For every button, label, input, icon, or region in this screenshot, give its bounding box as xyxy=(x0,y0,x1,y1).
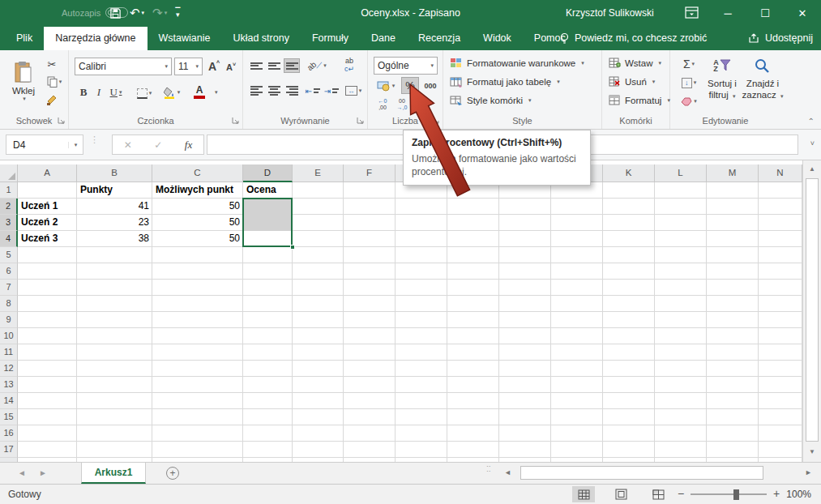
cells-item-wstaw[interactable]: Wstaw▾ xyxy=(609,58,661,68)
ribbon-display-options-button[interactable] xyxy=(685,6,699,19)
borders-button[interactable]: ▾ xyxy=(134,86,155,100)
ribbon-tab-recenzja[interactable]: Recenzja xyxy=(407,27,472,50)
column-header-N[interactable]: N xyxy=(759,164,802,182)
ribbon-tab-narzędzia-główne[interactable]: Narzędzia główne xyxy=(44,27,147,50)
cell-C3[interactable]: 50 xyxy=(152,215,243,231)
font-dialog-launcher-icon[interactable] xyxy=(232,117,240,125)
cells-item-usuń[interactable]: Usuń▾ xyxy=(609,76,655,87)
clipboard-dialog-launcher-icon[interactable] xyxy=(58,117,66,125)
cell-B1[interactable]: Punkty xyxy=(77,182,152,199)
cell-A4[interactable]: Uczeń 3 xyxy=(18,231,77,247)
column-header-B[interactable]: B xyxy=(77,164,152,182)
redo-dropdown-icon[interactable]: ▾ xyxy=(165,10,168,16)
ribbon-tab-file[interactable]: Plik xyxy=(5,27,44,50)
select-all-corner[interactable] xyxy=(0,164,18,182)
cell-B4[interactable]: 38 xyxy=(77,231,152,247)
undo-dropdown-icon[interactable]: ▾ xyxy=(142,10,145,16)
redo-button[interactable]: ↷▾ xyxy=(152,6,167,20)
sheet-tab-arkusz1[interactable]: Arkusz1 xyxy=(81,463,146,484)
expand-formula-bar-icon[interactable]: ˅ xyxy=(810,139,815,147)
maximize-button[interactable]: ☐ xyxy=(746,0,784,26)
column-header-A[interactable]: A xyxy=(18,164,77,182)
row-header-8[interactable]: 8 xyxy=(0,296,18,312)
name-box[interactable]: D4▾ xyxy=(6,135,83,155)
column-header-M[interactable]: M xyxy=(707,164,759,182)
name-box-dropdown-icon[interactable]: ▾ xyxy=(68,142,83,148)
grow-font-button[interactable]: A˄ xyxy=(206,58,222,75)
column-header-F[interactable]: F xyxy=(344,164,396,182)
row-header-7[interactable]: 7 xyxy=(0,280,18,296)
vertical-scrollbar[interactable]: ▲ ▼ xyxy=(802,160,821,462)
vertical-scrollbar-thumb[interactable] xyxy=(806,178,819,442)
cell-C1[interactable]: Możliwych punkt xyxy=(152,182,243,199)
find-select-label[interactable]: Znajdź izaznacz ▾ xyxy=(742,78,784,101)
zoom-in-button[interactable]: + xyxy=(773,487,780,500)
tell-me-box[interactable]: Powiedz mi, co chcesz zrobić xyxy=(559,26,707,50)
undo-button[interactable]: ↶▾ xyxy=(130,6,144,20)
fill-button[interactable]: ↓▾ xyxy=(678,75,700,90)
align-bottom-button[interactable] xyxy=(284,58,300,73)
row-header-2[interactable]: 2 xyxy=(0,199,18,215)
font-color-dropdown-icon[interactable]: ▾ xyxy=(213,89,218,96)
ribbon-tab-formuły[interactable]: Formuły xyxy=(301,27,360,50)
increase-decimal-button[interactable]: ←0,00 xyxy=(374,96,391,113)
column-header-L[interactable]: L xyxy=(655,164,707,182)
zoom-level[interactable]: 100% xyxy=(786,489,811,500)
zoom-out-button[interactable]: − xyxy=(678,487,684,500)
scroll-left-icon[interactable]: ◄ xyxy=(504,468,511,476)
insert-function-icon[interactable]: fx xyxy=(185,139,192,152)
number-dialog-launcher-icon[interactable] xyxy=(432,117,440,125)
fill-handle[interactable] xyxy=(290,245,295,250)
user-name[interactable]: Krzysztof Sulikowski xyxy=(566,7,654,19)
alignment-dialog-launcher-icon[interactable] xyxy=(357,117,365,125)
autosum-button[interactable]: Σ▾ xyxy=(678,57,700,71)
align-left-button[interactable] xyxy=(248,83,264,98)
font-color-button[interactable]: A xyxy=(188,84,211,100)
collapse-ribbon-icon[interactable]: ⌃ xyxy=(808,117,815,126)
bold-button[interactable]: B xyxy=(77,84,90,100)
comma-style-button[interactable]: 000 xyxy=(421,77,440,94)
zoom-slider-thumb[interactable] xyxy=(733,489,739,500)
cell-D1[interactable]: Ocena xyxy=(243,182,293,199)
scroll-right-icon[interactable]: ► xyxy=(805,468,812,476)
row-header-16[interactable]: 16 xyxy=(0,425,18,442)
fill-color-button[interactable]: ▾ xyxy=(160,84,183,100)
percent-style-button[interactable]: % xyxy=(401,77,419,94)
page-layout-view-button[interactable] xyxy=(609,486,632,502)
cell-C2[interactable]: 50 xyxy=(152,199,243,215)
row-header-10[interactable]: 10 xyxy=(0,328,18,344)
number-format-combobox[interactable]: Ogólne▾ xyxy=(374,57,438,75)
row-header-9[interactable]: 9 xyxy=(0,312,18,328)
format-painter-button[interactable] xyxy=(44,92,60,107)
row-header-3[interactable]: 3 xyxy=(0,215,18,231)
align-middle-button[interactable] xyxy=(266,58,282,73)
horizontal-scrollbar-thumb[interactable] xyxy=(520,466,763,480)
align-center-button[interactable] xyxy=(266,83,282,98)
cell-A3[interactable]: Uczeń 2 xyxy=(18,215,77,231)
cell-B3[interactable]: 23 xyxy=(77,215,152,231)
cancel-icon[interactable]: ✕ xyxy=(124,139,132,151)
ribbon-tab-układ-strony[interactable]: Układ strony xyxy=(221,27,300,50)
cell-A2[interactable]: Uczeń 1 xyxy=(18,199,77,215)
underline-button[interactable]: U▾ xyxy=(106,84,126,100)
shrink-font-button[interactable]: A˅ xyxy=(224,59,238,75)
find-select-button[interactable] xyxy=(748,55,776,76)
column-header-K[interactable]: K xyxy=(603,164,655,182)
align-right-button[interactable] xyxy=(284,83,300,98)
row-header-14[interactable]: 14 xyxy=(0,393,18,409)
minimize-button[interactable]: ─ xyxy=(709,0,746,26)
paste-dropdown-icon[interactable]: ▾ xyxy=(23,96,26,102)
column-header-D[interactable]: D xyxy=(243,164,293,182)
font-name-combobox[interactable]: Calibri▾ xyxy=(75,58,172,75)
next-sheet-icon[interactable]: ► xyxy=(39,468,47,477)
row-header-1[interactable]: 1 xyxy=(0,182,18,199)
row-header-12[interactable]: 12 xyxy=(0,361,18,377)
cell-B2[interactable]: 41 xyxy=(77,199,152,215)
ribbon-tab-wstawianie[interactable]: Wstawianie xyxy=(148,27,222,50)
row-header-11[interactable]: 11 xyxy=(0,344,18,361)
ribbon-tab-dane[interactable]: Dane xyxy=(360,27,407,50)
column-header-C[interactable]: C xyxy=(152,164,243,182)
cut-button[interactable]: ✂ xyxy=(44,57,60,71)
spreadsheet-grid[interactable]: ABCDEFGHIJKLMN12345678910111213141516171… xyxy=(0,160,802,462)
tab-split-handle[interactable]: ⁚⁚ xyxy=(486,468,491,472)
